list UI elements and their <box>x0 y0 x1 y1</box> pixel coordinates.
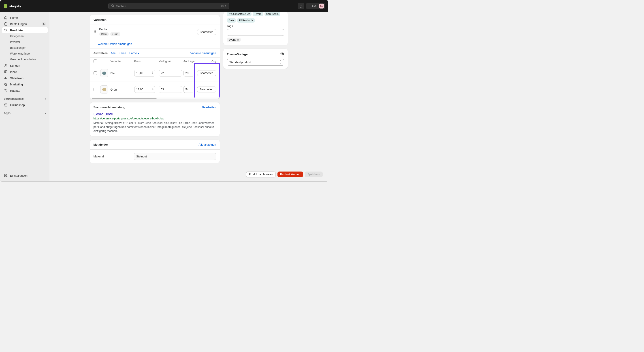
chevron-right-icon: › <box>45 112 46 115</box>
orders-icon <box>4 22 8 26</box>
nav-transfers[interactable]: Wareneingänge <box>2 51 48 56</box>
horizontal-scrollbar[interactable] <box>90 97 220 99</box>
col-price: Preis <box>134 60 159 63</box>
svg-line-1 <box>113 6 114 7</box>
svg-rect-5 <box>4 71 7 73</box>
percent-icon <box>4 88 8 93</box>
variant-thumbnail[interactable] <box>100 85 108 93</box>
edit-seo-button[interactable]: Bearbeiten <box>202 106 216 109</box>
variant-toolbar: Auswählen Alle Keine Farbe ▾ Variante hi… <box>90 48 220 57</box>
variant-thumbnail[interactable] <box>100 69 108 77</box>
edit-option-button[interactable]: Bearbeiten <box>197 29 216 35</box>
filter-color[interactable]: Farbe ▾ <box>129 51 139 55</box>
metafield-value-input[interactable]: Steingut <box>134 153 216 160</box>
variant-row[interactable]: Blau € Bearbeiten <box>90 65 220 81</box>
metafields-card: Metafelder Alle anzeigen Material Steing… <box>90 140 220 163</box>
svg-point-11 <box>6 91 7 92</box>
select-all-checkbox[interactable] <box>94 59 97 63</box>
variant-name: Grün <box>110 88 134 91</box>
delete-product-button[interactable]: Produkt löschen <box>278 172 303 177</box>
nav-inventory[interactable]: Inventar <box>2 39 48 45</box>
page-footer: Produkt archivieren Produkt löschen Spei… <box>50 168 328 181</box>
option-row: Farbe Blau Grün Bearbeiten <box>90 24 220 39</box>
preview-icon[interactable] <box>280 52 284 56</box>
drag-handle-icon[interactable] <box>94 30 97 34</box>
variant-name: Blau <box>110 71 134 75</box>
svg-point-10 <box>5 89 6 90</box>
show-all-metafields[interactable]: Alle anzeigen <box>198 143 216 146</box>
col-onhand: Auf Lager <box>184 60 196 63</box>
target-icon <box>4 82 8 86</box>
nav-settings[interactable]: Einstellungen <box>2 172 48 179</box>
collections-row: Sale All Products <box>227 18 284 22</box>
nav-gift-cards[interactable]: Geschenkgutscheine <box>2 56 48 62</box>
home-icon <box>4 16 8 20</box>
filter-all[interactable]: Alle <box>111 51 116 55</box>
currency-label: € <box>152 71 154 74</box>
avatar: Tee <box>319 3 324 8</box>
tag-chip: Evora ✕ <box>227 37 241 42</box>
nav-content[interactable]: Inhalt <box>2 69 48 75</box>
col-variant: Variante <box>110 60 134 63</box>
collection-chip[interactable]: All Products <box>237 18 255 22</box>
search-icon <box>111 4 114 8</box>
metafields-heading: Metafelder <box>94 143 108 146</box>
onhand-input[interactable] <box>184 70 193 76</box>
logo-text: shopify <box>9 4 21 8</box>
available-input[interactable] <box>159 70 182 76</box>
nav-products[interactable]: Produkte <box>2 27 48 33</box>
nav-categories[interactable]: Kategorien <box>2 33 48 39</box>
nav-marketing[interactable]: Marketing <box>2 81 48 87</box>
collection-chip[interactable]: Schüsseln <box>264 12 280 16</box>
option-value-chip: Blau <box>99 32 109 36</box>
channels-heading[interactable]: Vertriebskanäle › <box>2 94 48 102</box>
search-input[interactable]: Suchen ⌘ K <box>108 3 229 9</box>
edit-variant-button[interactable]: Bearbeiten <box>197 70 216 76</box>
svg-point-18 <box>94 32 95 32</box>
shopify-logo[interactable]: shopify <box>3 3 21 8</box>
variants-title: Varianten <box>94 18 216 21</box>
collection-chip[interactable]: Evora <box>253 12 263 16</box>
svg-rect-2 <box>5 23 7 25</box>
add-option-button[interactable]: ＋ Weitere Option hinzufügen <box>90 39 220 48</box>
main-content: Varianten Farbe Blau Grün Bearbeiten <box>50 12 328 181</box>
option-value-chip: Grün <box>110 32 120 36</box>
nav-home[interactable]: Home <box>2 14 48 21</box>
sidebar: Home Bestellungen 5 Produkte Kategorien … <box>0 12 50 181</box>
nav-orders[interactable]: Bestellungen 5 <box>2 21 48 27</box>
collection-chip[interactable]: Sale <box>227 18 236 22</box>
filter-none[interactable]: Keine <box>119 51 126 55</box>
collection-chip[interactable]: 7% Umsatzsteuer <box>227 12 252 16</box>
orders-badge: 5 <box>42 22 46 26</box>
seo-description: Material: SteingutBowl: ø 15 cm / H 8 cm… <box>94 121 216 133</box>
notifications-button[interactable] <box>298 3 304 9</box>
tags-input[interactable] <box>227 29 284 36</box>
available-input[interactable] <box>159 86 182 93</box>
remove-tag-icon[interactable]: ✕ <box>237 38 239 41</box>
apps-heading[interactable]: Apps › <box>2 108 48 116</box>
nav-discounts[interactable]: Rabatte <box>2 87 48 94</box>
row-checkbox[interactable] <box>94 71 97 75</box>
theme-template-select[interactable]: Standardprodukt <box>227 59 284 65</box>
person-icon <box>4 63 8 67</box>
search-placeholder: Suchen <box>116 4 126 8</box>
seo-heading: Suchmaschinenlistung <box>94 106 125 109</box>
nav-customers[interactable]: Kunden <box>2 62 48 69</box>
nav-purchase-orders[interactable]: Bestellungen <box>2 45 48 51</box>
svg-point-14 <box>94 30 95 31</box>
svg-point-6 <box>5 71 6 72</box>
onhand-input[interactable] <box>184 86 193 93</box>
save-button: Speichern <box>305 172 323 177</box>
variant-row[interactable]: Grün € Bearbeiten <box>90 81 220 97</box>
image-icon <box>4 70 8 74</box>
user-menu[interactable]: Tu e eu Tee <box>306 3 325 9</box>
nav-online-store[interactable]: Onlineshop <box>2 102 48 108</box>
nav-analytics[interactable]: Statistiken <box>2 75 48 81</box>
edit-variant-button[interactable]: Bearbeiten <box>197 86 216 92</box>
archive-product-button[interactable]: Produkt archivieren <box>246 172 276 177</box>
variants-card: Varianten Farbe Blau Grün Bearbeiten <box>90 15 220 99</box>
row-checkbox[interactable] <box>94 88 97 91</box>
chart-icon <box>4 76 8 80</box>
add-variant-button[interactable]: Variante hinzufügen <box>190 51 216 55</box>
gear-icon <box>4 174 8 178</box>
